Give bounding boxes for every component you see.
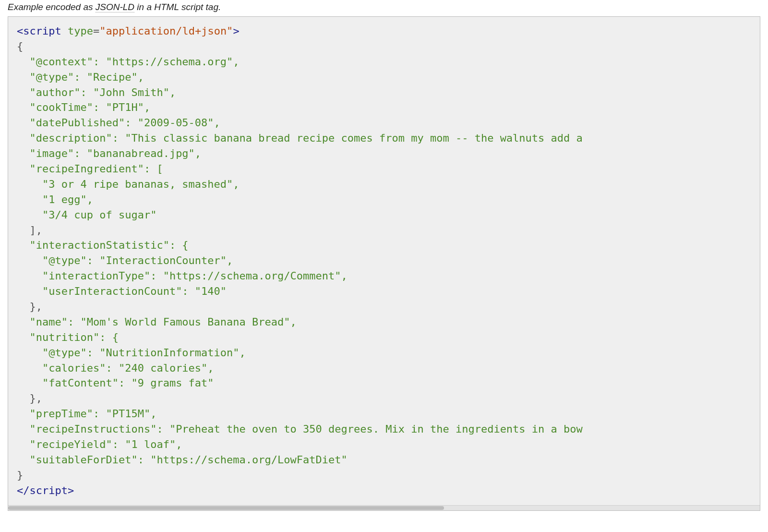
json-line: }, — [17, 301, 42, 313]
json-line: "interactionType": "https://schema.org/C… — [17, 270, 348, 282]
json-line: "3/4 cup of sugar" — [17, 209, 156, 221]
json-line: "suitableForDiet": "https://schema.org/L… — [17, 454, 348, 466]
json-line: } — [17, 469, 23, 481]
json-line: "recipeInstructions": "Preheat the oven … — [17, 423, 583, 435]
close-tag-lt: </ — [17, 484, 30, 496]
json-line: "1 egg", — [17, 193, 93, 206]
json-line: "@type": "InteractionCounter", — [17, 254, 233, 266]
horizontal-scrollbar[interactable] — [8, 505, 760, 510]
open-tag-eq: = — [93, 25, 99, 37]
json-line: "fatContent": "9 grams fat" — [17, 377, 214, 389]
json-line: "recipeYield": "1 loaf", — [17, 438, 182, 450]
jsonld-abbr: JSON-LD — [96, 2, 134, 12]
json-line: "3 or 4 ripe bananas, smashed", — [17, 178, 240, 190]
json-line: "@type": "Recipe", — [17, 71, 144, 83]
open-tag-lt: < — [17, 25, 23, 37]
json-line: "calories": "240 calories", — [17, 362, 214, 374]
json-line: "name": "Mom's World Famous Banana Bread… — [17, 316, 297, 328]
json-line: { — [17, 40, 23, 52]
caption-prefix: Example encoded as — [8, 2, 96, 12]
code-example-box: <script type="application/ld+json"> { "@… — [8, 16, 760, 511]
json-line: "nutrition": { — [17, 331, 119, 343]
code-block: <script type="application/ld+json"> { "@… — [8, 17, 760, 505]
json-line: "interactionStatistic": { — [17, 239, 189, 251]
json-line: "@type": "NutritionInformation", — [17, 347, 246, 359]
json-line: "@context": "https://schema.org", — [17, 56, 240, 68]
json-line: "userInteractionCount": "140" — [17, 285, 227, 297]
horizontal-scrollbar-thumb[interactable] — [8, 506, 444, 510]
json-line: "description": "This classic banana brea… — [17, 132, 589, 144]
open-tag-name: script — [23, 25, 61, 37]
example-caption: Example encoded as JSON-LD in a HTML scr… — [0, 0, 768, 16]
json-line: "image": "bananabread.jpg", — [17, 147, 201, 159]
open-tag-attr-name: type — [68, 25, 93, 37]
json-line: "datePublished": "2009-05-08", — [17, 117, 220, 129]
caption-suffix: in a HTML script tag. — [134, 2, 221, 12]
close-tag-gt: > — [68, 484, 74, 496]
json-line: }, — [17, 392, 42, 404]
json-line: "cookTime": "PT1H", — [17, 101, 150, 113]
json-line: "recipeIngredient": [ — [17, 163, 163, 175]
close-tag-name: script — [30, 484, 68, 496]
json-line: "prepTime": "PT15M", — [17, 408, 156, 420]
json-line: ], — [17, 224, 42, 236]
open-tag-attr-value: "application/ld+json" — [99, 25, 233, 37]
open-tag-gt: > — [233, 25, 239, 37]
json-line: "author": "John Smith", — [17, 86, 176, 98]
